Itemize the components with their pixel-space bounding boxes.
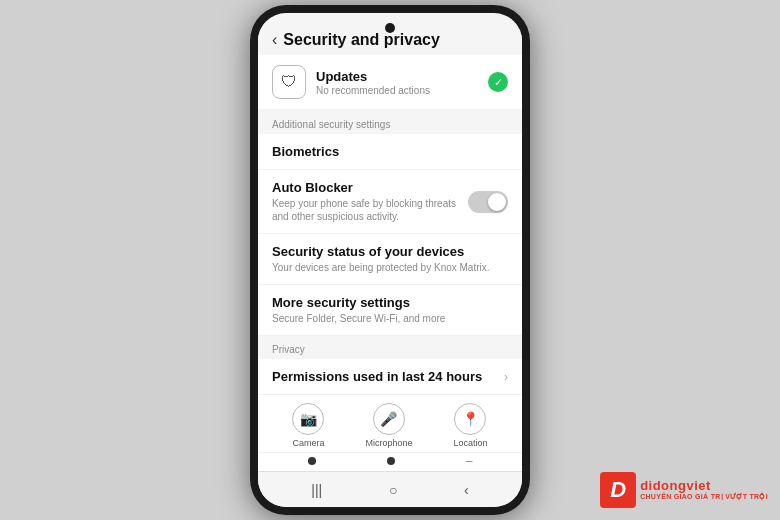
location-icon-col: 📍 Location — [453, 403, 487, 448]
biometrics-item[interactable]: Biometrics — [258, 134, 522, 170]
microphone-label: Microphone — [365, 438, 412, 448]
brand-d-icon: D — [600, 472, 636, 508]
nav-home-button[interactable]: ○ — [389, 482, 397, 498]
back-button[interactable]: ‹ — [272, 31, 277, 49]
privacy-label: Privacy — [258, 336, 522, 359]
brand-slogan: chuyên giao giá trị vượt trội — [640, 493, 768, 501]
camera-icon: 📷 — [292, 403, 324, 435]
auto-blocker-title: Auto Blocker — [272, 180, 468, 195]
auto-blocker-subtitle: Keep your phone safe by blocking threats… — [272, 197, 468, 223]
security-status-title: Security status of your devices — [272, 244, 508, 259]
phone-screen: ‹ Security and privacy 🛡 Updates No reco… — [258, 13, 522, 507]
updates-icon: 🛡 — [272, 65, 306, 99]
microphone-icon-col: 🎤 Microphone — [365, 403, 412, 448]
auto-blocker-item[interactable]: Auto Blocker Keep your phone safe by blo… — [258, 170, 522, 234]
brand-logo: D didongviet chuyên giao giá trị vượt tr… — [600, 472, 768, 508]
brand-name: didongviet — [640, 479, 768, 493]
nav-menu-button[interactable]: ||| — [311, 482, 322, 498]
auto-blocker-row: Auto Blocker Keep your phone safe by blo… — [272, 180, 508, 223]
permissions-chevron: › — [504, 370, 508, 384]
camera-dot — [308, 457, 316, 465]
updates-row[interactable]: 🛡 Updates No recommended actions ✓ — [258, 55, 522, 109]
permissions-24h-title: Permissions used in last 24 hours — [272, 369, 482, 384]
toggle-knob — [488, 193, 506, 211]
updates-subtitle: No recommended actions — [316, 85, 478, 96]
scroll-area[interactable]: 🛡 Updates No recommended actions ✓ Addit… — [258, 55, 522, 471]
additional-security-label: Additional security settings — [258, 111, 522, 134]
more-security-title: More security settings — [272, 295, 508, 310]
permission-dots-row: – — [258, 453, 522, 471]
more-security-subtitle: Secure Folder, Secure Wi-Fi, and more — [272, 312, 508, 325]
phone-frame: ‹ Security and privacy 🛡 Updates No reco… — [250, 5, 530, 515]
auto-blocker-toggle[interactable] — [468, 191, 508, 213]
page-wrapper: ‹ Security and privacy 🛡 Updates No reco… — [0, 0, 780, 520]
security-status-item[interactable]: Security status of your devices Your dev… — [258, 234, 522, 285]
more-security-item[interactable]: More security settings Secure Folder, Se… — [258, 285, 522, 336]
page-title: Security and privacy — [283, 31, 440, 49]
location-dot: – — [466, 457, 473, 465]
updates-text: Updates No recommended actions — [316, 69, 478, 96]
screen-content: ‹ Security and privacy 🛡 Updates No reco… — [258, 23, 522, 507]
auto-blocker-text: Auto Blocker Keep your phone safe by blo… — [272, 180, 468, 223]
updates-check-icon: ✓ — [488, 72, 508, 92]
permission-icons-row: 📷 Camera 🎤 Microphone 📍 Location — [258, 395, 522, 453]
updates-title: Updates — [316, 69, 478, 84]
shield-icon: 🛡 — [281, 73, 297, 91]
location-icon: 📍 — [454, 403, 486, 435]
biometrics-title: Biometrics — [272, 144, 508, 159]
brand-text: didongviet chuyên giao giá trị vượt trội — [640, 479, 768, 501]
microphone-dot — [387, 457, 395, 465]
camera-label: Camera — [292, 438, 324, 448]
security-status-subtitle: Your devices are being protected by Knox… — [272, 261, 508, 274]
camera-icon-col: 📷 Camera — [292, 403, 324, 448]
phone-notch — [385, 23, 395, 33]
microphone-icon: 🎤 — [373, 403, 405, 435]
nav-back-button[interactable]: ‹ — [464, 482, 469, 498]
permissions-24h-item[interactable]: Permissions used in last 24 hours › — [258, 359, 522, 395]
location-label: Location — [453, 438, 487, 448]
bottom-nav: ||| ○ ‹ — [258, 471, 522, 507]
